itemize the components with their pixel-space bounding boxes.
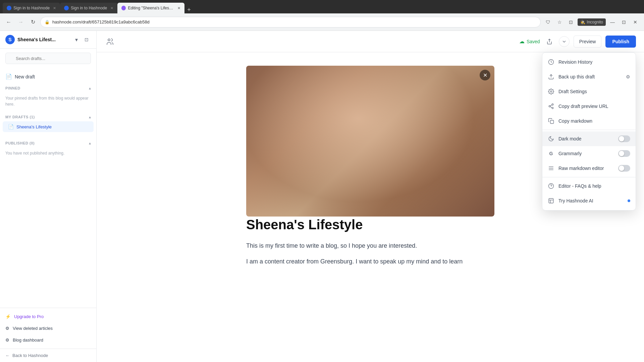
reload-button[interactable]: ↻ [28, 17, 38, 27]
back-arrow-icon: ← [5, 353, 10, 358]
article-image: ✕ [246, 66, 494, 217]
dashboard-label: Blog dashboard [13, 338, 43, 343]
grammarly-icon: G [548, 150, 554, 157]
tab-3-favicon [121, 6, 126, 10]
faq-icon [548, 183, 554, 189]
saved-indicator: ☁ Saved [519, 38, 540, 45]
back-nav-button[interactable]: ← [4, 17, 13, 27]
bookmark-button[interactable]: ☆ [555, 17, 564, 27]
new-tab-button[interactable]: + [184, 6, 194, 13]
article-title[interactable]: Sheena's Lifestyle [246, 217, 494, 233]
tab-2-close[interactable]: ✕ [110, 6, 113, 10]
new-draft-icon: 📄 [5, 73, 12, 80]
app-layout: S Sheena's Lifest... ▾ ⊡ 🔍 📄 New draft P… [0, 31, 644, 362]
dark-mode-icon [548, 135, 554, 142]
tab-3[interactable]: Editing "Sheena's Lifestyle" ✕ [117, 3, 184, 13]
tab-groups-button[interactable]: ⊡ [566, 17, 576, 27]
back-to-hashnode-button[interactable]: ← Back to Hashnode [0, 349, 96, 362]
deleted-label: View deleted articles [13, 326, 53, 331]
editor-toolbar: ☁ Saved Preview Publish [97, 31, 644, 52]
incognito-icon: 🕵 [580, 20, 585, 24]
sidebar-header-buttons: ▾ ⊡ [72, 35, 91, 44]
svg-line-8 [550, 107, 552, 108]
tab-2[interactable]: Sign in to Hashnode ✕ [60, 3, 117, 13]
raw-markdown-toggle[interactable] [618, 165, 630, 172]
close-button[interactable]: ✕ [631, 17, 640, 27]
svg-point-7 [552, 107, 553, 109]
grammarly-label: Grammarly [558, 151, 614, 156]
view-deleted-articles-button[interactable]: ⚙ View deleted articles [0, 322, 96, 334]
menu-item-raw-markdown[interactable]: Raw markdown editor [542, 161, 636, 176]
my-drafts-toggle[interactable]: ▴ [89, 115, 91, 119]
forward-nav-button[interactable]: → [16, 17, 25, 27]
upgrade-icon: ⚡ [5, 314, 11, 319]
address-bar[interactable]: 🔒 hashnode.com/draft/657125b819c1a9abc6c… [40, 17, 541, 27]
menu-item-grammarly[interactable]: G Grammarly [542, 146, 636, 161]
svg-point-14 [549, 184, 554, 189]
backup-label: Back up this draft [558, 74, 622, 79]
draft-item-sheenas-lifestyle[interactable]: 📄 Sheena's Lifestyle [3, 121, 94, 132]
extensions-button[interactable]: 🛡 [543, 17, 553, 27]
back-label: Back to Hashnode [12, 353, 48, 358]
tab-1[interactable]: Sign in to Hashnode ✕ [3, 3, 60, 13]
dark-mode-toggle[interactable] [618, 135, 630, 142]
menu-item-draft-settings[interactable]: Draft Settings [542, 84, 636, 99]
svg-rect-16 [549, 198, 553, 203]
backup-badge-icon: ⚙ [626, 74, 630, 79]
tab-1-title: Sign in to Hashnode [13, 6, 50, 10]
tab-2-title: Sign in to Hashnode [71, 6, 107, 10]
remove-image-button[interactable]: ✕ [480, 70, 490, 80]
published-toggle[interactable]: ▴ [89, 141, 91, 145]
raw-markdown-label: Raw markdown editor [558, 166, 614, 171]
menu-item-copy-url[interactable]: Copy draft preview URL [542, 99, 636, 114]
menu-item-dark-mode[interactable]: Dark mode [542, 131, 636, 146]
article-paragraph-1: This is my first time to write a blog, s… [246, 241, 494, 251]
minimize-button[interactable]: — [608, 17, 617, 27]
blog-dashboard-button[interactable]: ⚙ Blog dashboard [0, 334, 96, 346]
published-section-title: PUBLISHED (0) [5, 141, 35, 145]
preview-button[interactable]: Preview [574, 36, 602, 48]
svg-rect-10 [550, 120, 554, 124]
sidebar-bottom: ⚡ Upgrade to Pro ⚙ View deleted articles… [0, 308, 96, 349]
more-options-button[interactable] [559, 36, 570, 47]
menu-item-revision-history[interactable]: Revision History [542, 55, 636, 69]
browser-tabs: Sign in to Hashnode ✕ Sign in to Hashnod… [3, 0, 194, 13]
deleted-icon: ⚙ [5, 326, 9, 331]
article-body[interactable]: This is my first time to write a blog, s… [246, 241, 494, 266]
tab-3-close[interactable]: ✕ [177, 6, 180, 10]
collaborators-icon[interactable] [105, 36, 115, 47]
grammarly-toggle[interactable] [618, 150, 630, 157]
menu-item-copy-markdown[interactable]: Copy markdown [542, 114, 636, 128]
menu-item-backup[interactable]: Back up this draft ⚙ [542, 69, 636, 84]
new-tab-icon-button[interactable]: ⊡ [82, 35, 91, 44]
editor-content: ✕ Sheena's Lifestyle This is my first ti… [219, 52, 521, 362]
new-draft-label: New draft [15, 74, 35, 79]
menu-item-faq[interactable]: Editor - FAQs & help [542, 179, 636, 193]
new-draft-button[interactable]: 📄 New draft [0, 71, 96, 82]
pinned-toggle[interactable]: ▴ [89, 86, 91, 90]
menu-divider-2 [542, 177, 636, 177]
search-container: 🔍 [5, 53, 91, 64]
menu-item-hashnode-ai[interactable]: Try Hashnode AI [542, 193, 636, 208]
browser-toolbar: ← → ↻ 🔒 hashnode.com/draft/657125b819c1a… [0, 13, 644, 31]
toolbar-right: 🛡 ☆ ⊡ 🕵 Incognito — ⊡ ✕ [543, 17, 640, 27]
saved-label: Saved [527, 39, 540, 44]
publish-button[interactable]: Publish [605, 36, 636, 48]
draft-item-icon: 📄 [8, 124, 14, 129]
raw-markdown-icon [548, 165, 554, 172]
browser-chrome: Sign in to Hashnode ✕ Sign in to Hashnod… [0, 0, 644, 13]
search-input[interactable] [5, 53, 91, 64]
share-button[interactable] [544, 36, 555, 47]
dropdown-menu: Revision History Back up this draft ⚙ [542, 52, 636, 210]
upgrade-to-pro-button[interactable]: ⚡ Upgrade to Pro [0, 311, 96, 322]
maximize-button[interactable]: ⊡ [619, 17, 629, 27]
chevron-down-button[interactable]: ▾ [72, 35, 81, 44]
my-drafts-section-header: MY DRAFTS (1) ▴ [0, 111, 96, 121]
blog-title: Sheena's Lifest... [17, 37, 69, 42]
menu-divider-1 [542, 130, 636, 130]
tab-1-close[interactable]: ✕ [53, 6, 56, 10]
published-section-header: PUBLISHED (0) ▴ [0, 137, 96, 147]
revision-history-label: Revision History [558, 59, 630, 65]
cloud-icon: ☁ [519, 38, 525, 45]
article-cover-photo [246, 66, 494, 217]
